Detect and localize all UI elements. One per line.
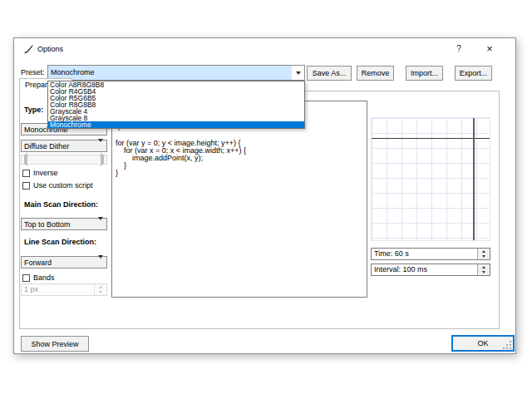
inverse-label: Inverse: [33, 169, 58, 177]
options-dialog: Options ? × Preset: Monochrome Save As..…: [13, 37, 516, 354]
time-value: Time: 60 s: [372, 249, 477, 259]
code-line: }: [116, 170, 246, 177]
ok-button[interactable]: OK: [451, 335, 515, 352]
chevron-left-icon: [24, 155, 27, 164]
code-line: image.addPoint(x, y);: [116, 155, 246, 162]
dither-combobox[interactable]: Diffuse Dither: [21, 140, 107, 152]
interval-spinner[interactable]: Interval: 100 ms: [371, 264, 490, 276]
checkbox-box: [22, 170, 30, 177]
help-button[interactable]: ?: [446, 38, 472, 59]
script-code: */ for (var y = 0; y < image.height; y++…: [116, 125, 246, 177]
spin-buttons: [477, 264, 490, 275]
vertical-scan-line: [473, 118, 475, 240]
checkbox-box: [22, 274, 30, 282]
scan-preview-grid: [371, 117, 490, 241]
horizontal-scan-line: [372, 138, 490, 139]
window-title: Options: [37, 45, 63, 53]
show-preview-button[interactable]: Show Preview: [21, 336, 89, 352]
save-as-button[interactable]: Save As...: [307, 66, 352, 81]
export-button[interactable]: Export...: [455, 66, 492, 81]
line-scan-value: Forward: [24, 259, 98, 267]
chevron-down-icon: [98, 220, 103, 229]
spin-buttons: [94, 284, 106, 295]
interval-value: Interval: 100 ms: [372, 264, 477, 275]
preset-dropdown-list: Color A8R8G8B8 Color R4G5B4 Color R5G6B5…: [47, 81, 305, 129]
chevron-down-icon: [292, 66, 304, 80]
type-label: Type:: [24, 106, 43, 114]
main-scan-direction-label: Main Scan Direction:: [24, 200, 98, 209]
line-scan-combobox[interactable]: Forward: [21, 256, 107, 268]
main-scan-value: Top to Bottom: [24, 220, 98, 229]
line-scan-direction-label: Line Scan Direction:: [24, 238, 96, 246]
preset-label: Preset:: [21, 68, 45, 76]
preset-combobox[interactable]: Monochrome: [47, 65, 305, 81]
chevron-down-icon: [98, 142, 103, 150]
checkbox-box: [22, 182, 30, 190]
chevron-down-icon: [98, 259, 103, 267]
spin-buttons: [477, 249, 490, 259]
bands-label: Bands: [33, 273, 55, 282]
band-width-spinner: 1 px: [21, 283, 107, 296]
main-scan-combobox[interactable]: Top to Bottom: [21, 218, 107, 230]
dropdown-item-selected[interactable]: Monochrome: [48, 121, 304, 128]
chevron-down-icon: [95, 290, 106, 296]
resize-grip[interactable]: [510, 347, 511, 349]
code-line: }: [116, 162, 246, 170]
time-spin-down[interactable]: [478, 254, 490, 260]
chevron-right-icon: [101, 155, 104, 164]
import-button[interactable]: Import...: [406, 66, 443, 81]
script-editor[interactable]: */ for (var y = 0; y < image.height; y++…: [111, 101, 367, 298]
band-width-value: 1 px: [22, 284, 94, 295]
horizontal-scrollbar: [21, 155, 107, 165]
brush-icon: [23, 43, 34, 54]
remove-button[interactable]: Remove: [357, 66, 394, 81]
time-spinner[interactable]: Time: 60 s: [371, 248, 490, 260]
dither-value: Diffuse Dither: [24, 142, 98, 150]
preset-value: Monochrome: [48, 66, 292, 80]
close-icon[interactable]: ×: [476, 38, 503, 59]
interval-spin-down[interactable]: [478, 270, 490, 276]
use-custom-script-label: Use custom script: [33, 181, 93, 190]
inverse-checkbox[interactable]: Inverse: [22, 169, 58, 177]
bands-checkbox[interactable]: Bands: [22, 273, 55, 282]
title-bar: Options ? ×: [14, 38, 515, 59]
use-custom-script-checkbox[interactable]: Use custom script: [22, 181, 93, 190]
